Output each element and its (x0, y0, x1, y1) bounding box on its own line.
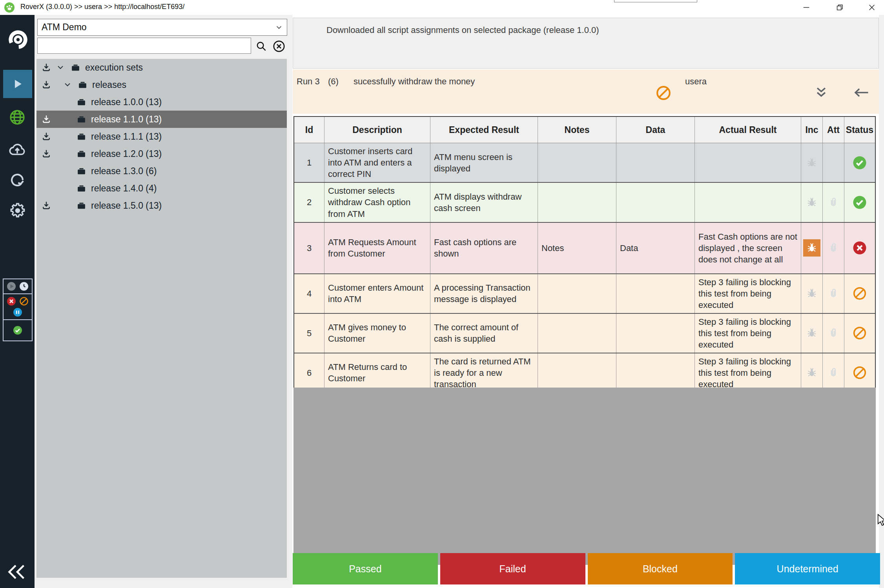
tree-item-release-1-1-0[interactable]: release 1.1.0 (13) (36, 111, 287, 128)
attachment-paperclip-icon[interactable] (827, 327, 839, 339)
cell-description: ATM gives money to Customer (324, 314, 430, 353)
tree-item-release-1-4-0[interactable]: release 1.4.0 (4) (36, 180, 287, 197)
passed-icon (13, 326, 22, 335)
col-header-inc: Inc (801, 117, 823, 143)
incident-bug-icon[interactable] (806, 288, 818, 299)
cell-id: 5 (294, 314, 324, 353)
attachment-paperclip-icon[interactable] (827, 288, 839, 299)
cell-notes[interactable] (538, 314, 616, 353)
cell-notes[interactable] (538, 183, 616, 222)
project-selector[interactable]: ATM Demo (37, 19, 287, 36)
tree-item-execution-sets[interactable]: execution sets (36, 59, 287, 76)
incident-bug-button[interactable] (803, 239, 820, 257)
tree-panel: ATM Demo execution sets releases (35, 15, 292, 588)
history-icon (9, 171, 26, 189)
cell-data[interactable] (616, 143, 695, 182)
folder-icon (71, 63, 80, 73)
status-legend-panel (3, 279, 33, 341)
cell-expected: A processing Transaction message is disp… (430, 274, 538, 313)
status-passed-icon (853, 195, 867, 209)
incident-bug-icon[interactable] (806, 367, 818, 379)
sidebar-item-settings[interactable] (0, 196, 35, 224)
cell-actual[interactable] (695, 183, 801, 222)
tree-item-releases[interactable]: releases (36, 76, 287, 93)
tree-item-release-1-0-0[interactable]: release 1.0.0 (13) (36, 93, 287, 111)
cell-data[interactable] (616, 183, 695, 222)
cell-actual[interactable]: Step 3 failing is blocking this test fro… (695, 314, 801, 353)
attachment-paperclip-icon[interactable] (827, 242, 839, 254)
cell-actual[interactable] (695, 143, 801, 182)
tree-item-release-1-3-0[interactable]: release 1.3.0 (6) (36, 162, 287, 180)
tree-item-release-1-5-0[interactable]: release 1.5.0 (13) (36, 197, 287, 214)
close-button[interactable] (863, 2, 880, 13)
cell-data[interactable] (616, 314, 695, 353)
cell-actual[interactable]: Step 3 failing is blocking this test fro… (695, 353, 801, 392)
double-chevron-down-icon[interactable] (814, 86, 829, 99)
cell-data[interactable] (616, 353, 695, 392)
clear-search-button[interactable] (271, 38, 287, 54)
passed-button[interactable]: Passed (293, 553, 438, 584)
table-header-row: Id Description Expected Result Notes Dat… (294, 117, 875, 143)
status-blocked-icon (853, 326, 867, 340)
cell-notes[interactable] (538, 353, 616, 392)
cell-data[interactable]: Data (616, 223, 695, 273)
folder-icon (77, 184, 86, 193)
window-title: RoverX (3.0.0.0) >> usera >> http://loca… (20, 3, 184, 11)
tree-item-release-1-1-1[interactable]: release 1.1.1 (13) (36, 128, 287, 145)
sidebar-item-history[interactable] (0, 166, 35, 194)
tree-item-release-1-2-0[interactable]: release 1.2.0 (13) (36, 145, 287, 162)
incident-bug-icon[interactable] (806, 197, 818, 208)
bug-icon (806, 242, 818, 254)
right-gutter (879, 15, 884, 588)
table-row-2[interactable]: 2 Customer selects withdraw Cash option … (294, 183, 875, 222)
cell-id: 6 (294, 353, 324, 392)
failed-icon (7, 297, 16, 306)
cell-notes[interactable]: Notes (538, 223, 616, 273)
incident-bug-icon[interactable] (806, 327, 818, 339)
cell-data[interactable] (616, 274, 695, 313)
cell-notes[interactable] (538, 143, 616, 182)
run-title: sucessfully withdraw the money (354, 76, 475, 87)
sidebar-item-run[interactable] (3, 70, 32, 98)
undetermined-button[interactable]: Undetermined (735, 553, 880, 584)
mouse-cursor (877, 514, 884, 527)
sidebar-item-upload[interactable] (0, 135, 35, 164)
restore-button[interactable] (831, 2, 848, 13)
table-row-6[interactable]: 6 ATM Returns card to Customer The card … (294, 353, 875, 392)
folder-icon (77, 115, 86, 124)
run-label: Run 3 (297, 76, 320, 87)
table-row-4[interactable]: 4 Customer enters Amount into ATM A proc… (294, 274, 875, 314)
chevron-down-icon[interactable] (63, 80, 72, 89)
blocked-button[interactable]: Blocked (588, 553, 733, 584)
cell-actual[interactable]: Step 3 failing is blocking this test fro… (695, 274, 801, 313)
app-paw-icon (4, 2, 15, 13)
roverx-logo-icon (7, 29, 29, 51)
chevron-down-icon[interactable] (56, 63, 65, 72)
attachment-paperclip-icon[interactable] (827, 367, 839, 379)
tree-item-label: release 1.0.0 (13) (91, 97, 162, 107)
table-row-1[interactable]: 1 Customer inserts card into ATM and ent… (294, 143, 875, 183)
legend-negative-group (4, 294, 32, 320)
attachment-paperclip-icon[interactable] (827, 157, 839, 169)
table-row-5[interactable]: 5 ATM gives money to Customer The correc… (294, 314, 875, 353)
minimize-button[interactable] (798, 2, 815, 13)
cell-actual[interactable]: Fast Cash options are not displayed , th… (695, 223, 801, 273)
search-button[interactable] (253, 38, 269, 54)
status-blocked-icon (853, 366, 867, 380)
back-arrow-icon[interactable] (853, 87, 869, 98)
project-selector-value: ATM Demo (42, 22, 87, 33)
attachment-paperclip-icon[interactable] (827, 197, 839, 208)
collapse-sidebar-icon[interactable] (5, 562, 29, 582)
cell-id: 2 (294, 183, 324, 222)
table-row-3[interactable]: 3 ATM Requests Amount from Customer Fast… (294, 223, 875, 274)
cell-notes[interactable] (538, 274, 616, 313)
globe-icon (9, 109, 26, 126)
incident-bug-icon[interactable] (806, 157, 818, 169)
sidebar-item-web[interactable] (0, 103, 35, 131)
folder-icon (77, 132, 86, 142)
release-tree: execution sets releases release 1.0.0 (1… (36, 59, 287, 578)
running-icon (7, 282, 16, 291)
search-input[interactable] (37, 38, 251, 54)
tree-item-label: releases (92, 80, 126, 90)
failed-button[interactable]: Failed (440, 553, 585, 584)
